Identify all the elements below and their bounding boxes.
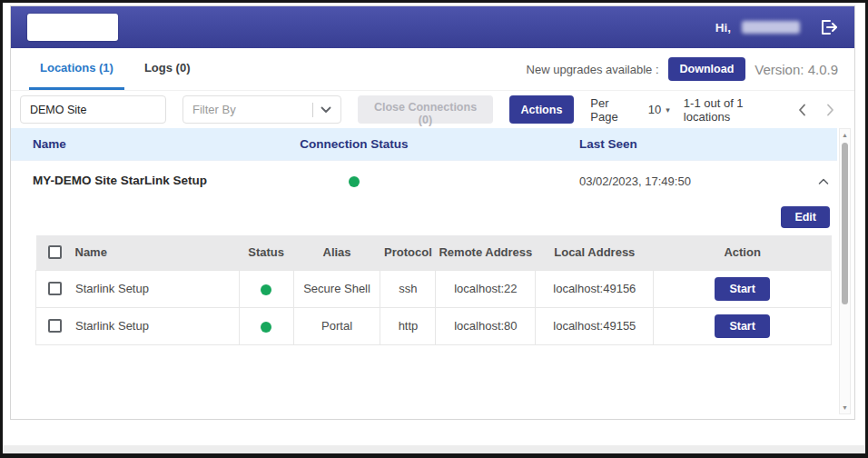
scrollbar-thumb[interactable] [842, 143, 848, 304]
column-header-protocol: Protocol [380, 235, 436, 270]
app-logo [27, 14, 118, 41]
status-dot [261, 284, 271, 295]
dropdown-arrow-icon: ▾ [666, 105, 670, 114]
connection-status-dot [349, 176, 360, 187]
locations-table-area: Name Connection Status Last Seen MY-DEMO… [11, 128, 854, 419]
column-header-local-address: Local Address [536, 235, 654, 270]
tab-bar: Locations (1) Logs (0) New upgrades avai… [11, 48, 854, 91]
pagination-area: Per Page 10 ▾ 1-1 out of 1 locations [590, 96, 838, 124]
scroll-up-arrow-icon[interactable]: ▲ [840, 132, 850, 138]
per-page-select[interactable]: 10 ▾ [648, 103, 670, 116]
column-header-last-seen: Last Seen [579, 137, 637, 151]
column-header-name: Name [33, 137, 66, 151]
connection-name: Starlink Setup [75, 282, 149, 295]
top-header-bar: Hi, [11, 6, 854, 48]
app-window: Hi, Locations (1) Logs (0) New upgrades … [0, 0, 868, 458]
connection-remote-address: localhost:22 [436, 270, 536, 307]
location-row[interactable]: MY-DEMO Site StarLink Setup 03/02/2023, … [11, 161, 837, 203]
column-header-remote-address: Remote Address [436, 235, 536, 270]
select-divider [312, 103, 313, 117]
connection-row: Starlink Setup Portal http localhost:80 … [36, 307, 832, 344]
start-button[interactable]: Start [715, 314, 769, 338]
connection-local-address: localhost:49155 [536, 307, 654, 344]
app-panel: Hi, Locations (1) Logs (0) New upgrades … [10, 5, 855, 420]
connection-alias: Secure Shell [293, 270, 380, 307]
collapse-chevron-icon[interactable] [817, 175, 830, 188]
greeting-text: Hi, [715, 21, 731, 35]
connection-protocol: http [380, 307, 436, 344]
window-bottom-strip [3, 445, 865, 453]
row-checkbox[interactable] [48, 282, 62, 295]
connection-remote-address: localhost:80 [436, 307, 536, 344]
connection-name: Starlink Setup [75, 319, 149, 333]
filter-by-select[interactable]: Filter By [182, 95, 341, 124]
download-button[interactable]: Download [668, 57, 746, 81]
locations-table-header: Name Connection Status Last Seen [11, 128, 837, 161]
connection-alias: Portal [293, 307, 380, 344]
last-seen-value: 03/02/2023, 17:49:50 [579, 174, 691, 188]
chevron-down-icon [321, 106, 331, 114]
start-button[interactable]: Start [715, 277, 769, 301]
actions-button[interactable]: Actions [509, 95, 575, 124]
status-dot [261, 322, 271, 333]
edit-button[interactable]: Edit [781, 206, 830, 228]
tabs: Locations (1) Logs (0) [29, 48, 210, 90]
tab-locations[interactable]: Locations (1) [29, 48, 124, 90]
connections-table: Name Status Alias Protocol Remote Addres… [35, 235, 832, 345]
filter-by-placeholder: Filter By [192, 103, 305, 116]
filter-toolbar: Filter By Close Connections (0) Actions … [11, 91, 854, 128]
prev-page-button[interactable] [795, 102, 810, 118]
vertical-scrollbar[interactable]: ▲ ▼ [839, 128, 851, 414]
upgrade-message: New upgrades available : [527, 63, 659, 76]
row-checkbox[interactable] [48, 319, 62, 333]
per-page-label: Per Page [590, 96, 634, 124]
connection-local-address: localhost:49156 [536, 270, 654, 307]
pagination-range-text: 1-1 out of 1 locations [684, 96, 782, 124]
connection-protocol: ssh [380, 270, 436, 307]
site-search-input[interactable] [20, 95, 166, 124]
logout-icon[interactable] [818, 17, 840, 37]
connection-row: Starlink Setup Secure Shell ssh localhos… [36, 270, 832, 307]
column-header-alias: Alias [293, 235, 380, 270]
next-page-button[interactable] [824, 102, 838, 118]
version-label: Version: 4.0.9 [755, 62, 838, 77]
connections-header-row: Name Status Alias Protocol Remote Addres… [36, 235, 832, 270]
column-header-action: Action [654, 235, 832, 270]
user-name-redacted [742, 21, 800, 34]
location-name: MY-DEMO Site StarLink Setup [33, 174, 207, 187]
column-header-status: Status [239, 235, 293, 270]
select-all-checkbox[interactable] [48, 245, 62, 259]
tab-logs[interactable]: Logs (0) [133, 48, 202, 90]
per-page-value: 10 [648, 103, 661, 116]
close-connections-button[interactable]: Close Connections (0) [358, 95, 492, 124]
user-area: Hi, [715, 17, 840, 37]
scroll-down-arrow-icon[interactable]: ▼ [840, 404, 850, 411]
column-header-connection-status: Connection Status [300, 137, 408, 151]
upgrade-area: New upgrades available : Download Versio… [527, 57, 838, 81]
column-header-name: Name [75, 245, 107, 259]
